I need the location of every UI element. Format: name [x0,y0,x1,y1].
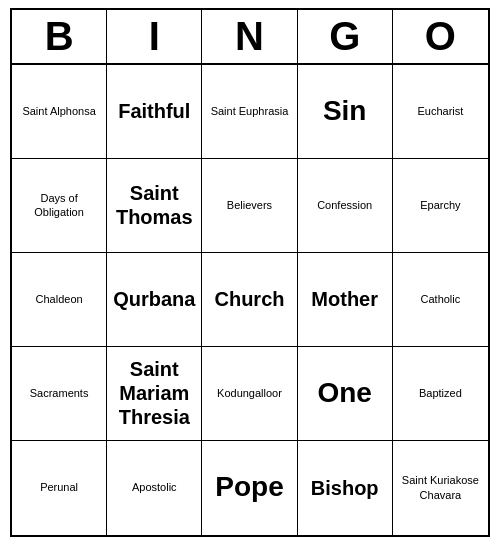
header-letter-n: N [202,10,297,63]
header-letter-o: O [393,10,488,63]
cell-text-22: Pope [215,472,283,503]
header-letter-b: B [12,10,107,63]
bingo-cell-2[interactable]: Saint Euphrasia [202,65,297,159]
cell-text-4: Eucharist [417,104,463,118]
bingo-cell-20[interactable]: Perunal [12,441,107,535]
bingo-cell-15[interactable]: Sacraments [12,347,107,441]
cell-text-23: Bishop [311,476,379,500]
cell-text-1: Faithful [118,99,190,123]
cell-text-3: Sin [323,96,367,127]
bingo-cell-3[interactable]: Sin [298,65,393,159]
bingo-cell-23[interactable]: Bishop [298,441,393,535]
cell-text-6: Saint Thomas [112,181,196,229]
cell-text-2: Saint Euphrasia [211,104,289,118]
bingo-cell-13[interactable]: Mother [298,253,393,347]
bingo-cell-1[interactable]: Faithful [107,65,202,159]
bingo-cell-17[interactable]: Kodungalloor [202,347,297,441]
bingo-cell-9[interactable]: Eparchy [393,159,488,253]
cell-text-7: Believers [227,198,272,212]
bingo-cell-12[interactable]: Church [202,253,297,347]
cell-text-18: One [317,378,371,409]
bingo-cell-22[interactable]: Pope [202,441,297,535]
bingo-grid: Saint AlphonsaFaithfulSaint EuphrasiaSin… [12,65,488,535]
cell-text-10: Chaldeon [36,292,83,306]
bingo-cell-14[interactable]: Catholic [393,253,488,347]
bingo-header: BINGO [12,10,488,65]
bingo-cell-7[interactable]: Believers [202,159,297,253]
bingo-cell-21[interactable]: Apostolic [107,441,202,535]
cell-text-15: Sacraments [30,386,89,400]
cell-text-24: Saint Kuriakose Chavara [398,473,483,502]
bingo-cell-18[interactable]: One [298,347,393,441]
cell-text-16: Saint Mariam Thresia [112,357,196,429]
bingo-cell-24[interactable]: Saint Kuriakose Chavara [393,441,488,535]
header-letter-i: I [107,10,202,63]
bingo-card: BINGO Saint AlphonsaFaithfulSaint Euphra… [10,8,490,537]
bingo-cell-16[interactable]: Saint Mariam Thresia [107,347,202,441]
cell-text-20: Perunal [40,480,78,494]
cell-text-8: Confession [317,198,372,212]
bingo-cell-19[interactable]: Baptized [393,347,488,441]
cell-text-11: Qurbana [113,287,195,311]
bingo-cell-11[interactable]: Qurbana [107,253,202,347]
cell-text-5: Days of Obligation [17,191,101,220]
cell-text-12: Church [214,287,284,311]
cell-text-19: Baptized [419,386,462,400]
header-letter-g: G [298,10,393,63]
bingo-cell-8[interactable]: Confession [298,159,393,253]
bingo-cell-10[interactable]: Chaldeon [12,253,107,347]
cell-text-0: Saint Alphonsa [22,104,95,118]
cell-text-13: Mother [311,287,378,311]
cell-text-17: Kodungalloor [217,386,282,400]
bingo-cell-4[interactable]: Eucharist [393,65,488,159]
bingo-cell-5[interactable]: Days of Obligation [12,159,107,253]
cell-text-14: Catholic [421,292,461,306]
cell-text-21: Apostolic [132,480,177,494]
bingo-cell-0[interactable]: Saint Alphonsa [12,65,107,159]
cell-text-9: Eparchy [420,198,460,212]
bingo-cell-6[interactable]: Saint Thomas [107,159,202,253]
